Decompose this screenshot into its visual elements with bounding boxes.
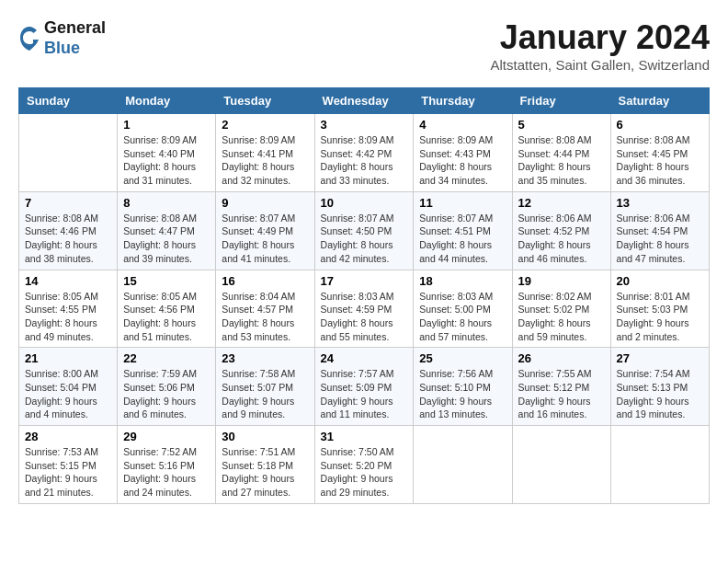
- day-info: Sunrise: 8:06 AM Sunset: 4:54 PM Dayligh…: [617, 212, 703, 266]
- day-info: Sunrise: 8:03 AM Sunset: 4:59 PM Dayligh…: [321, 290, 408, 344]
- calendar-cell: 25Sunrise: 7:56 AM Sunset: 5:10 PM Dayli…: [414, 348, 512, 426]
- calendar-week-2: 14Sunrise: 8:05 AM Sunset: 4:55 PM Dayli…: [19, 270, 710, 348]
- day-info: Sunrise: 8:08 AM Sunset: 4:44 PM Dayligh…: [518, 133, 605, 188]
- day-number: 2: [222, 118, 308, 132]
- day-number: 9: [222, 196, 308, 210]
- weekday-header-thursday: Thursday: [414, 88, 512, 114]
- day-number: 14: [25, 274, 111, 288]
- calendar-cell: 6Sunrise: 8:08 AM Sunset: 4:45 PM Daylig…: [610, 114, 709, 192]
- day-number: 30: [222, 430, 308, 443]
- title-block: January 2024 Altstatten, Saint Gallen, S…: [491, 18, 710, 73]
- day-info: Sunrise: 8:08 AM Sunset: 4:47 PM Dayligh…: [123, 212, 210, 266]
- day-info: Sunrise: 8:07 AM Sunset: 4:49 PM Dayligh…: [222, 212, 308, 266]
- calendar-cell: 21Sunrise: 8:00 AM Sunset: 5:04 PM Dayli…: [19, 348, 118, 426]
- calendar-cell: 22Sunrise: 7:59 AM Sunset: 5:06 PM Dayli…: [118, 348, 216, 426]
- day-number: 15: [123, 274, 210, 288]
- day-info: Sunrise: 8:00 AM Sunset: 5:04 PM Dayligh…: [25, 367, 111, 421]
- calendar-cell: 24Sunrise: 7:57 AM Sunset: 5:09 PM Dayli…: [314, 348, 414, 426]
- calendar-cell: 7Sunrise: 8:08 AM Sunset: 4:46 PM Daylig…: [19, 191, 118, 270]
- day-number: 4: [419, 118, 506, 132]
- day-number: 27: [617, 351, 703, 365]
- day-info: Sunrise: 7:53 AM Sunset: 5:15 PM Dayligh…: [25, 445, 111, 500]
- day-info: Sunrise: 8:09 AM Sunset: 4:42 PM Dayligh…: [321, 133, 408, 188]
- day-number: 29: [123, 430, 210, 443]
- calendar-cell: 9Sunrise: 8:07 AM Sunset: 4:49 PM Daylig…: [216, 191, 314, 270]
- day-info: Sunrise: 8:08 AM Sunset: 4:46 PM Dayligh…: [25, 212, 111, 266]
- calendar-cell: 3Sunrise: 8:09 AM Sunset: 4:42 PM Daylig…: [314, 114, 414, 192]
- day-number: 5: [518, 118, 605, 132]
- month-title: January 2024: [491, 18, 710, 57]
- calendar-cell: [610, 426, 709, 504]
- calendar-cell: 2Sunrise: 8:09 AM Sunset: 4:41 PM Daylig…: [216, 114, 314, 192]
- logo-icon: [18, 25, 40, 52]
- weekday-header-wednesday: Wednesday: [314, 88, 414, 114]
- weekday-header-monday: Monday: [118, 88, 216, 114]
- calendar-cell: 15Sunrise: 8:05 AM Sunset: 4:56 PM Dayli…: [118, 270, 216, 348]
- day-number: 23: [222, 351, 308, 365]
- calendar-cell: 16Sunrise: 8:04 AM Sunset: 4:57 PM Dayli…: [216, 270, 314, 348]
- day-info: Sunrise: 8:05 AM Sunset: 4:55 PM Dayligh…: [25, 290, 111, 344]
- day-number: 19: [518, 274, 605, 288]
- calendar-cell: 11Sunrise: 8:07 AM Sunset: 4:51 PM Dayli…: [414, 191, 512, 270]
- weekday-header-friday: Friday: [512, 88, 610, 114]
- calendar-cell: 28Sunrise: 7:53 AM Sunset: 5:15 PM Dayli…: [19, 426, 118, 504]
- day-number: 22: [123, 351, 210, 365]
- weekday-header-sunday: Sunday: [19, 88, 118, 114]
- day-number: 16: [222, 274, 308, 288]
- day-info: Sunrise: 8:05 AM Sunset: 4:56 PM Dayligh…: [123, 290, 210, 344]
- calendar-cell: 30Sunrise: 7:51 AM Sunset: 5:18 PM Dayli…: [216, 426, 314, 504]
- day-number: 25: [419, 351, 506, 365]
- day-number: 12: [518, 196, 605, 210]
- calendar-cell: 27Sunrise: 7:54 AM Sunset: 5:13 PM Dayli…: [610, 348, 709, 426]
- day-info: Sunrise: 8:06 AM Sunset: 4:52 PM Dayligh…: [518, 212, 605, 266]
- day-info: Sunrise: 8:04 AM Sunset: 4:57 PM Dayligh…: [222, 290, 308, 344]
- calendar-week-3: 21Sunrise: 8:00 AM Sunset: 5:04 PM Dayli…: [19, 348, 710, 426]
- day-number: 7: [25, 196, 111, 210]
- calendar-cell: 19Sunrise: 8:02 AM Sunset: 5:02 PM Dayli…: [512, 270, 610, 348]
- day-info: Sunrise: 7:56 AM Sunset: 5:10 PM Dayligh…: [419, 367, 506, 421]
- day-number: 24: [321, 351, 408, 365]
- day-number: 10: [321, 196, 408, 210]
- calendar-week-1: 7Sunrise: 8:08 AM Sunset: 4:46 PM Daylig…: [19, 191, 710, 270]
- day-number: 21: [25, 351, 111, 365]
- calendar-cell: 12Sunrise: 8:06 AM Sunset: 4:52 PM Dayli…: [512, 191, 610, 270]
- logo: General Blue: [18, 18, 106, 58]
- day-number: 8: [123, 196, 210, 210]
- calendar-cell: 17Sunrise: 8:03 AM Sunset: 4:59 PM Dayli…: [314, 270, 414, 348]
- calendar-cell: 29Sunrise: 7:52 AM Sunset: 5:16 PM Dayli…: [118, 426, 216, 504]
- day-info: Sunrise: 8:07 AM Sunset: 4:51 PM Dayligh…: [419, 212, 506, 266]
- day-info: Sunrise: 7:57 AM Sunset: 5:09 PM Dayligh…: [321, 367, 408, 421]
- day-number: 20: [617, 274, 703, 288]
- calendar-cell: 23Sunrise: 7:58 AM Sunset: 5:07 PM Dayli…: [216, 348, 314, 426]
- calendar-cell: 18Sunrise: 8:03 AM Sunset: 5:00 PM Dayli…: [414, 270, 512, 348]
- day-info: Sunrise: 7:59 AM Sunset: 5:06 PM Dayligh…: [123, 367, 210, 421]
- day-info: Sunrise: 8:02 AM Sunset: 5:02 PM Dayligh…: [518, 290, 605, 344]
- calendar-body: 1Sunrise: 8:09 AM Sunset: 4:40 PM Daylig…: [19, 114, 710, 504]
- day-number: 1: [123, 118, 210, 132]
- day-info: Sunrise: 7:55 AM Sunset: 5:12 PM Dayligh…: [518, 367, 605, 421]
- day-number: 26: [518, 351, 605, 365]
- day-number: 11: [419, 196, 506, 210]
- weekday-header-saturday: Saturday: [610, 88, 709, 114]
- calendar-cell: 26Sunrise: 7:55 AM Sunset: 5:12 PM Dayli…: [512, 348, 610, 426]
- calendar-cell: 1Sunrise: 8:09 AM Sunset: 4:40 PM Daylig…: [118, 114, 216, 192]
- logo-text: General Blue: [44, 18, 106, 58]
- day-info: Sunrise: 7:58 AM Sunset: 5:07 PM Dayligh…: [222, 367, 308, 421]
- day-info: Sunrise: 8:08 AM Sunset: 4:45 PM Dayligh…: [617, 133, 703, 188]
- day-info: Sunrise: 7:54 AM Sunset: 5:13 PM Dayligh…: [617, 367, 703, 421]
- calendar-cell: 5Sunrise: 8:08 AM Sunset: 4:44 PM Daylig…: [512, 114, 610, 192]
- day-info: Sunrise: 8:09 AM Sunset: 4:43 PM Dayligh…: [419, 133, 506, 188]
- calendar-cell: 20Sunrise: 8:01 AM Sunset: 5:03 PM Dayli…: [610, 270, 709, 348]
- calendar-table: SundayMondayTuesdayWednesdayThursdayFrid…: [18, 87, 710, 504]
- day-info: Sunrise: 7:51 AM Sunset: 5:18 PM Dayligh…: [222, 445, 308, 500]
- day-number: 3: [321, 118, 408, 132]
- day-info: Sunrise: 7:52 AM Sunset: 5:16 PM Dayligh…: [123, 445, 210, 500]
- weekday-header-tuesday: Tuesday: [216, 88, 314, 114]
- day-number: 17: [321, 274, 408, 288]
- day-info: Sunrise: 8:09 AM Sunset: 4:41 PM Dayligh…: [222, 133, 308, 188]
- calendar-cell: [414, 426, 512, 504]
- calendar-cell: [19, 114, 118, 192]
- calendar-week-4: 28Sunrise: 7:53 AM Sunset: 5:15 PM Dayli…: [19, 426, 710, 504]
- location: Altstatten, Saint Gallen, Switzerland: [491, 57, 710, 73]
- day-info: Sunrise: 8:07 AM Sunset: 4:50 PM Dayligh…: [321, 212, 408, 266]
